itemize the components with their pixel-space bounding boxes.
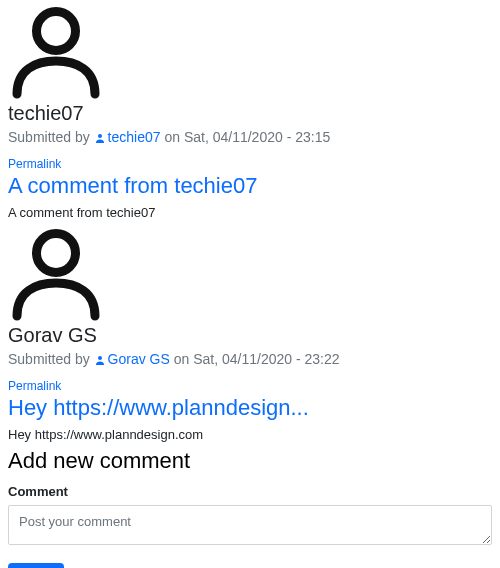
svg-point-2 — [37, 234, 76, 273]
comment-input[interactable] — [8, 505, 492, 545]
byline-on: on — [164, 129, 180, 145]
byline-prefix: Submitted by — [8, 129, 90, 145]
comment-item: Gorav GS Submitted by Gorav GS on Sat, 0… — [8, 226, 492, 442]
save-button[interactable]: Save — [8, 563, 64, 568]
comment-body-text: A comment from techie07 — [8, 205, 492, 220]
user-icon — [94, 131, 106, 147]
user-avatar-icon — [8, 226, 104, 322]
byline-author-link[interactable]: Gorav GS — [108, 351, 170, 367]
comment-field-label: Comment — [8, 484, 492, 499]
byline-on: on — [174, 351, 190, 367]
comment-title-link[interactable]: A comment from techie07 — [8, 173, 492, 199]
comment-author-name: techie07 — [8, 102, 492, 125]
comment-title-link[interactable]: Hey https://www.planndesign... — [8, 395, 492, 421]
comment-byline: Submitted by Gorav GS on Sat, 04/11/2020… — [8, 351, 492, 369]
comment-item: techie07 Submitted by techie07 on Sat, 0… — [8, 4, 492, 220]
permalink-link[interactable]: Permalink — [8, 157, 492, 171]
byline-date: Sat, 04/11/2020 - 23:15 — [184, 129, 330, 145]
comment-byline: Submitted by techie07 on Sat, 04/11/2020… — [8, 129, 492, 147]
add-comment-heading: Add new comment — [8, 448, 492, 474]
byline-author-link[interactable]: techie07 — [108, 129, 161, 145]
user-avatar-icon — [8, 4, 104, 100]
svg-point-1 — [98, 134, 102, 138]
svg-point-0 — [37, 12, 76, 51]
byline-prefix: Submitted by — [8, 351, 90, 367]
permalink-link[interactable]: Permalink — [8, 379, 492, 393]
comment-author-name: Gorav GS — [8, 324, 492, 347]
byline-date: Sat, 04/11/2020 - 23:22 — [193, 351, 339, 367]
user-icon — [94, 353, 106, 369]
avatar — [8, 4, 492, 100]
svg-point-3 — [98, 356, 102, 360]
avatar — [8, 226, 492, 322]
comment-body-text: Hey https://www.planndesign.com — [8, 427, 492, 442]
